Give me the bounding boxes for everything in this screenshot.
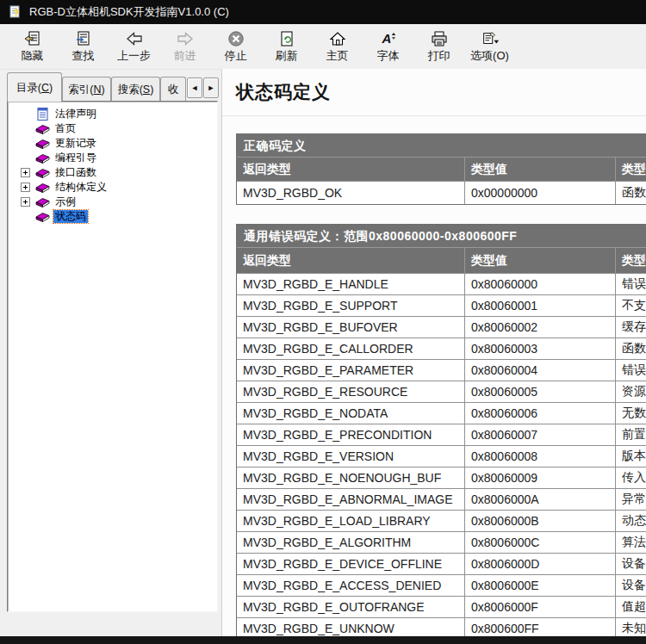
table-row: MV3D_RGBD_E_RESOURCE0x80060005资源申 [237, 381, 646, 402]
font-button[interactable]: A字体 [363, 24, 413, 69]
type-info-cell: 值超出 [615, 597, 646, 617]
type-info-cell: 缓存已 [615, 317, 646, 337]
return-type-cell: MV3D_RGBD_E_RESOURCE [237, 381, 464, 402]
table-row: MV3D_RGBD_E_ABNORMAL_IMAGE0x8006000A异常图 [237, 488, 646, 510]
page-title: 状态码定义 [236, 80, 646, 104]
type-value-cell: 0x8006000B [464, 511, 615, 531]
doc-icon [35, 108, 50, 121]
topic-content-pane: 状态码定义 正确码定义返回类型类型值类型信息MV3D_RGBD_OK0x0000… [221, 69, 646, 636]
back-icon [125, 30, 144, 47]
hide-button[interactable]: 隐藏 [7, 24, 58, 69]
table-header-row: 返回类型类型值类型信息 [237, 157, 646, 181]
table-row: MV3D_RGBD_E_NODATA0x80060006无数据 [237, 402, 646, 424]
book-icon [35, 122, 50, 135]
tree-item-结构体定义[interactable]: 结构体定义 [8, 180, 217, 195]
type-value-cell: 0x800600FF [464, 618, 615, 636]
plus-expander-icon[interactable] [21, 168, 30, 177]
tree-item-状态码[interactable]: 状态码 [8, 209, 217, 224]
type-value-cell: 0x8006000A [464, 489, 615, 510]
tab-scroll-right-button[interactable]: ► [203, 77, 219, 98]
toolbar-button-label: 主页 [326, 48, 349, 64]
table-row: MV3D_RGBD_E_BUFOVER0x80060002缓存已 [237, 316, 646, 337]
book-icon [35, 152, 50, 164]
type-info-cell: 函数调 [615, 182, 646, 204]
back-button[interactable]: 上一步 [109, 24, 159, 69]
title-bar: ? RGB-D立体相机SDK开发指南V1.0.0 (C) [0, 0, 646, 24]
type-info-cell: 异常图 [615, 489, 646, 510]
table-row: MV3D_RGBD_E_NOENOUGH_BUF0x80060009传入的 [237, 467, 646, 488]
type-value-cell: 0x8006000D [464, 554, 615, 574]
type-value-cell: 0x8006000E [464, 575, 615, 596]
return-type-cell: MV3D_RGBD_E_BUFOVER [237, 317, 464, 337]
type-info-cell: 不支持 [615, 295, 646, 316]
table-title: 正确码定义 [237, 134, 646, 157]
contents-tree-panel: 法律声明首页更新记录编程引导接口函数结构体定义示例状态码 [7, 101, 218, 612]
book-icon [35, 181, 50, 194]
table-row: MV3D_RGBD_E_HANDLE0x80060000错误或 [237, 273, 646, 294]
table-row: MV3D_RGBD_E_ALGORITHM0x8006000C算法错 [237, 531, 646, 553]
status-code-tables: 正确码定义返回类型类型值类型信息MV3D_RGBD_OK0x00000000函数… [222, 133, 646, 636]
return-type-cell: MV3D_RGBD_E_PARAMETER [237, 360, 464, 381]
type-value-cell: 0x8006000F [464, 597, 615, 617]
return-type-cell: MV3D_RGBD_E_OUTOFRANGE [237, 597, 464, 617]
plus-expander-icon[interactable] [21, 183, 30, 192]
table-row: MV3D_RGBD_E_ACCESS_DENIED0x8006000E设备无 [237, 574, 646, 596]
tree-item-label: 示例 [53, 195, 78, 208]
window-bottom-edge [0, 636, 646, 644]
return-type-cell: MV3D_RGBD_E_LOAD_LIBRARY [237, 511, 464, 531]
table-title: 通用错误码定义：范围0x80060000-0x800600FF [237, 225, 646, 247]
toolbar-button-label: 刷新 [276, 48, 298, 64]
refresh-icon [277, 30, 296, 47]
table-row: MV3D_RGBD_E_OUTOFRANGE0x8006000F值超出 [237, 596, 646, 617]
options-icon [481, 30, 500, 47]
tree-item-接口函数[interactable]: 接口函数 [8, 165, 217, 180]
toolbar-button-label: 前进 [174, 48, 196, 64]
tree-item-更新记录[interactable]: 更新记录 [8, 136, 217, 151]
tab-contents[interactable]: 目录(C) [7, 72, 62, 102]
options-button[interactable]: 选项(O) [464, 24, 515, 69]
tree-item-编程引导[interactable]: 编程引导 [8, 151, 217, 165]
type-info-cell: 错误的 [615, 360, 646, 381]
column-header: 返回类型 [237, 248, 464, 273]
home-button[interactable]: 主页 [312, 24, 363, 69]
column-header: 类型信息 [615, 158, 646, 181]
type-value-cell: 0x80060005 [464, 381, 615, 402]
forward-button: 前进 [159, 24, 210, 69]
column-header: 返回类型 [237, 158, 464, 181]
type-info-cell: 前置条 [615, 424, 646, 445]
print-button[interactable]: 打印 [413, 24, 464, 69]
tree-item-示例[interactable]: 示例 [8, 195, 217, 209]
find-button[interactable]: 查找 [58, 24, 109, 69]
return-type-cell: MV3D_RGBD_E_HANDLE [237, 274, 464, 294]
refresh-button[interactable]: 刷新 [261, 24, 312, 69]
toolbar-button-label: 查找 [72, 48, 95, 64]
tab-favorites[interactable]: 收 [160, 77, 186, 102]
type-value-cell: 0x80060003 [464, 338, 615, 359]
type-value-cell: 0x8006000C [464, 532, 615, 553]
toolbar-button-label: 停止 [225, 48, 247, 64]
tab-search[interactable]: 搜索(S) [111, 77, 160, 102]
toolbar-button-label: 上一步 [117, 48, 151, 64]
plus-expander-icon[interactable] [21, 197, 30, 207]
table-header-row: 返回类型类型值类型信息 [237, 247, 646, 273]
return-type-cell: MV3D_RGBD_E_UNKNOW [237, 618, 464, 636]
stop-button[interactable]: 停止 [210, 24, 261, 69]
return-type-cell: MV3D_RGBD_OK [237, 182, 464, 204]
tab-index[interactable]: 索引(N) [62, 77, 111, 102]
tree-item-法律声明[interactable]: 法律声明 [8, 107, 217, 121]
toolbar-button-label: 打印 [428, 48, 450, 64]
toolbar: 隐藏查找上一步前进停止刷新主页A字体打印选项(O) [0, 24, 646, 70]
column-header: 类型值 [464, 158, 615, 181]
type-value-cell: 0x80060001 [464, 295, 615, 316]
tree-item-label: 编程引导 [53, 152, 98, 164]
tree-item-首页[interactable]: 首页 [8, 121, 217, 136]
type-info-cell: 未知的 [615, 618, 646, 636]
help-app-icon: ? [9, 5, 22, 19]
tab-scroll-left-button[interactable]: ◄ [187, 77, 202, 98]
tree-item-label: 首页 [53, 122, 78, 135]
return-type-cell: MV3D_RGBD_E_ALGORITHM [237, 532, 464, 553]
table-row: MV3D_RGBD_E_PARAMETER0x80060004错误的 [237, 359, 646, 381]
type-info-cell: 函数调 [615, 338, 646, 359]
print-icon [430, 30, 449, 47]
error-code-table: 通用错误码定义：范围0x80060000-0x800600FF返回类型类型值类型… [236, 224, 646, 636]
